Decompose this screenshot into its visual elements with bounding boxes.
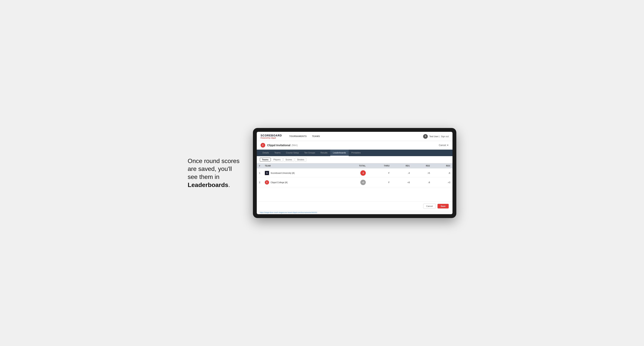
- col-team: TEAM: [262, 163, 342, 169]
- team-cell: C Clippd College [A]: [265, 180, 340, 184]
- sidebar-text-bold: Leaderboards: [188, 181, 228, 188]
- filter-strokes[interactable]: Strokes: [295, 158, 306, 162]
- nav-right: S Test User | Sign out: [423, 134, 449, 139]
- filter-teams[interactable]: Teams: [260, 158, 270, 162]
- close-icon: ✕: [447, 144, 449, 147]
- tournament-cancel[interactable]: Cancel ✕: [439, 144, 449, 147]
- logo-area: SCOREBOARD Powered by clippd: [260, 134, 282, 139]
- sidebar-description: Once round scores are saved, you'll see …: [188, 157, 242, 189]
- nav-tournaments[interactable]: TOURNAMENTS: [286, 132, 309, 141]
- col-rd3: RD3: [432, 163, 452, 169]
- col-thru: THRU: [368, 163, 392, 169]
- cell-total: -5: [342, 169, 368, 178]
- cell-rd1: +8: [392, 178, 412, 187]
- tournament-name: Clippd Invitational: [267, 144, 290, 147]
- team-logo: S: [265, 171, 269, 175]
- nav-links: TOURNAMENTS TEAMS: [286, 132, 423, 141]
- cell-team: S Scoreboard University [A]: [262, 169, 342, 178]
- tab-course-setup[interactable]: Course Setup: [283, 150, 302, 156]
- tab-results[interactable]: Results: [318, 150, 330, 156]
- app-logo: SCOREBOARD: [260, 134, 282, 137]
- tab-details[interactable]: Details: [260, 150, 272, 156]
- col-rd1: RD1: [392, 163, 412, 169]
- filter-bar: Teams Players Scores Strokes: [257, 156, 452, 163]
- cell-thru: F: [368, 178, 392, 187]
- cell-team: C Clippd College [A]: [262, 178, 342, 187]
- tab-printables[interactable]: Printables: [349, 150, 364, 156]
- tournament-icon: C: [260, 143, 265, 148]
- team-name: Scoreboard University [A]: [270, 172, 294, 174]
- cell-rank: 1: [257, 169, 262, 178]
- cell-rd2: +5: [412, 169, 432, 178]
- col-total: TOTAL: [342, 163, 368, 169]
- cell-rd1: -4: [392, 169, 412, 178]
- cell-thru: F: [368, 169, 392, 178]
- user-name: Test User |: [429, 135, 439, 138]
- footer: Cancel Save: [257, 201, 452, 210]
- sign-out-link[interactable]: Sign out: [441, 135, 449, 138]
- top-navigation: SCOREBOARD Powered by clippd TOURNAMENTS…: [257, 132, 452, 141]
- cell-rd3: -6: [432, 169, 452, 178]
- user-avatar: S: [423, 134, 428, 139]
- col-rd2: RD2: [412, 163, 432, 169]
- sidebar-text-plain: Once round scores are saved, you'll see …: [188, 158, 240, 180]
- page-wrapper: Once round scores are saved, you'll see …: [188, 128, 456, 218]
- team-name: Clippd College [A]: [270, 181, 288, 183]
- footer-cancel-button[interactable]: Cancel: [423, 204, 436, 209]
- sidebar-text-end: .: [228, 181, 230, 188]
- footer-save-button[interactable]: Save: [438, 204, 449, 208]
- team-logo: C: [265, 180, 269, 184]
- cell-rd3: +3: [432, 178, 452, 187]
- tablet-device: SCOREBOARD Powered by clippd TOURNAMENTS…: [253, 128, 456, 218]
- score-badge: -5: [360, 170, 366, 176]
- leaderboard-table: # TEAM TOTAL THRU RD1 RD2 RD3 1 S: [257, 163, 452, 187]
- tab-bar: Details Teams Course Setup Tee Groups Re…: [257, 150, 452, 156]
- table-header-row: # TEAM TOTAL THRU RD1 RD2 RD3: [257, 163, 452, 169]
- tab-teams[interactable]: Teams: [272, 150, 283, 156]
- cancel-label: Cancel: [439, 144, 446, 147]
- cell-total: +3: [342, 178, 368, 187]
- score-badge: +3: [360, 180, 366, 185]
- nav-teams[interactable]: TEAMS: [309, 132, 322, 141]
- cell-rank: 2: [257, 178, 262, 187]
- filter-scores[interactable]: Scores: [284, 158, 294, 162]
- tab-leaderboards[interactable]: Leaderboards: [330, 150, 349, 156]
- table-row: 1 S Scoreboard University [A] -5 F -4 +5…: [257, 169, 452, 178]
- tournament-header: C Clippd Invitational (Men) Cancel ✕: [257, 141, 452, 150]
- col-rank: #: [257, 163, 262, 169]
- tab-tee-groups[interactable]: Tee Groups: [302, 150, 318, 156]
- url-bar: https://stage-blue-coach.stagescore boar…: [257, 210, 452, 214]
- team-cell: S Scoreboard University [A]: [265, 171, 340, 175]
- table-row: 2 C Clippd College [A] +3 F +8 -8 +3: [257, 178, 452, 187]
- powered-by: Powered by clippd: [260, 137, 282, 139]
- cell-rd2: -8: [412, 178, 432, 187]
- filter-players[interactable]: Players: [271, 158, 283, 162]
- tablet-screen: SCOREBOARD Powered by clippd TOURNAMENTS…: [257, 132, 452, 214]
- leaderboard-content: # TEAM TOTAL THRU RD1 RD2 RD3 1 S: [257, 163, 452, 201]
- tournament-gender: (Men): [292, 144, 298, 147]
